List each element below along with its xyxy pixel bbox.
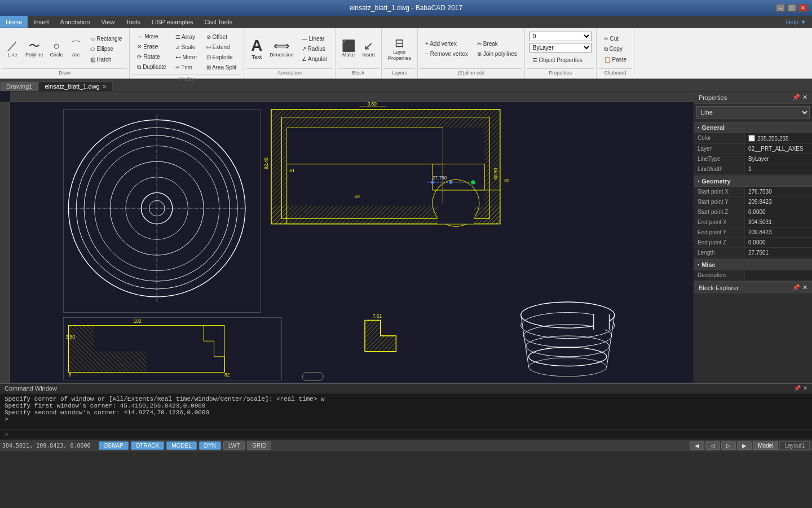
layout-nav-next2[interactable]: ▶	[737, 441, 752, 450]
ribbon-btn-mirror[interactable]: ⊷ Mirror	[173, 52, 200, 62]
misc-section-header[interactable]: ▪ Misc	[694, 259, 812, 270]
linetype-dropdown[interactable]: ByLayer	[529, 43, 592, 52]
object-type-select[interactable]: Line	[696, 106, 810, 119]
maximize-button[interactable]: □	[787, 4, 796, 12]
ribbon-clipboard-col: ✂ Cut ⧉ Copy 📋 Paste	[600, 33, 630, 65]
ribbon-btn-objectprops[interactable]: ☰ Object Properties	[529, 55, 585, 65]
ribbon-btn-line[interactable]: ／ Line	[3, 38, 21, 59]
ribbon-btn-rotate[interactable]: ⟳ Rotate	[134, 52, 169, 62]
ribbon-btn-trim[interactable]: ✂ Trim	[173, 63, 200, 72]
ribbon-btn-circle[interactable]: ○ Circle	[47, 38, 66, 59]
menu-annotation[interactable]: Annotation	[55, 16, 96, 28]
prop-startz-val[interactable]: 0.0000	[745, 207, 812, 217]
model-button[interactable]: MODEL	[166, 441, 197, 450]
prop-endy-val[interactable]: 209.8423	[745, 227, 812, 237]
ribbon-btn-dimension[interactable]: ⟺ Dimension	[267, 38, 297, 59]
grid-button[interactable]: GRID	[247, 441, 271, 450]
ribbon-group-label-draw: Draw	[2, 68, 127, 77]
doc-tab-drawing1[interactable]: Drawing1	[0, 81, 38, 91]
svg-text:27.750: 27.750	[433, 175, 447, 181]
ribbon-btn-scale[interactable]: ⊿ Scale	[173, 42, 200, 52]
prop-starty-val[interactable]: 209.8423	[745, 197, 812, 207]
ribbon-layers-buttons: ⊟ Layer Properties	[384, 29, 415, 68]
layout-nav-prev[interactable]: ◀	[690, 441, 704, 450]
close-tab-icon[interactable]: ✕	[102, 84, 107, 90]
pin-cmd-icon[interactable]: 📌	[794, 385, 801, 392]
svg-text:80: 80	[504, 178, 510, 183]
insert-icon: ↙	[364, 40, 373, 51]
ribbon-btn-move[interactable]: ↔ Move	[134, 32, 169, 41]
ribbon-btn-ellipse[interactable]: ⬭ Ellipse	[87, 44, 125, 54]
collapse-geometry-icon: ▪	[698, 178, 699, 184]
layout-tab-model[interactable]: Model	[753, 441, 778, 450]
ribbon-btn-rectangle[interactable]: ▭ Rectangle	[87, 34, 125, 43]
prop-length-val[interactable]: 27.7501	[745, 248, 812, 257]
osnap-button[interactable]: OSNAP	[99, 441, 129, 450]
ribbon-btn-duplicate[interactable]: ⧉ Duplicate	[134, 62, 169, 72]
drawing-canvas[interactable]: 0.80 27.750 92.40 61 50 60.90 80	[10, 102, 694, 383]
prop-description-val[interactable]	[745, 270, 812, 280]
ribbon-btn-angular[interactable]: ∠ Angular	[299, 54, 330, 64]
ribbon-btn-removevertex[interactable]: − Remove vertex	[422, 49, 471, 59]
layout-tab-layout1[interactable]: Layout1	[779, 441, 810, 450]
prop-layer-val[interactable]: 02__PRT_ALL_AXES	[745, 144, 812, 154]
canvas-area[interactable]: 0.80 27.750 92.40 61 50 60.90 80	[0, 91, 694, 383]
ribbon-btn-offset[interactable]: ⊘ Offset	[204, 32, 240, 42]
layout-nav-prev2[interactable]: ◁	[705, 441, 720, 450]
ribbon-btn-joinpoly[interactable]: ⊕ Join polylines	[474, 49, 520, 59]
close-props-icon[interactable]: ✕	[802, 94, 807, 101]
ribbon-btn-paste[interactable]: 📋 Paste	[601, 55, 629, 64]
pin-icon[interactable]: 📌	[792, 94, 800, 101]
otrack-button[interactable]: OTRACK	[131, 441, 165, 450]
geometry-section-header[interactable]: ▪ Geometry	[694, 176, 812, 187]
pin-block-icon[interactable]: 📌	[792, 284, 800, 291]
menu-lisp[interactable]: LISP examples	[146, 16, 199, 28]
ribbon-btn-arc[interactable]: ⌒ Arc	[67, 38, 85, 59]
help-link[interactable]: Help ▼	[785, 19, 812, 25]
prop-linewidth-val[interactable]: 1	[745, 164, 812, 174]
menu-view[interactable]: View	[95, 16, 120, 28]
text-icon: A	[251, 38, 262, 54]
ribbon-btn-polyline[interactable]: 〜 Polyline	[23, 38, 46, 59]
ribbon-modify-buttons: ↔ Move ✕ Erase ⟳ Rotate ⧉ Duplicate ☰ Ar…	[132, 29, 241, 75]
layer-dropdown[interactable]: 0	[529, 32, 592, 41]
menu-insert[interactable]: Insert	[28, 16, 55, 28]
prop-linetype-val[interactable]: ByLayer	[745, 154, 812, 164]
menu-tools[interactable]: Tools	[120, 16, 146, 28]
menu-civil[interactable]: Civil Tools	[199, 16, 238, 28]
minimize-button[interactable]: ─	[776, 4, 785, 12]
close-cmd-icon[interactable]: ✕	[803, 385, 807, 392]
ribbon-btn-text[interactable]: A Text	[248, 36, 266, 62]
ribbon-btn-make[interactable]: ⬛ Make	[339, 38, 359, 59]
prop-color-val[interactable]: 255,255,255	[745, 133, 812, 143]
menu-home[interactable]: Home	[0, 16, 28, 28]
ribbon-btn-explode[interactable]: ⊡ Explode	[204, 52, 240, 62]
layout-nav-next[interactable]: ▷	[721, 441, 736, 450]
dyn-button[interactable]: DYN	[199, 441, 221, 450]
close-button[interactable]: ✕	[798, 4, 807, 12]
ribbon-btn-erase[interactable]: ✕ Erase	[134, 42, 169, 51]
prop-endz-val[interactable]: 0.0000	[745, 238, 812, 247]
ribbon-btn-copy[interactable]: ⧉ Copy	[601, 44, 629, 54]
ribbon-btn-cut[interactable]: ✂ Cut	[601, 34, 629, 43]
doc-tab-einsatz[interactable]: einsatz_blatt_1.dwg ✕	[38, 81, 112, 91]
ribbon-btn-array[interactable]: ☰ Array	[173, 32, 200, 42]
prop-starty-key: Start point Y	[694, 197, 745, 207]
command-input[interactable]	[0, 429, 812, 439]
prop-endx-val[interactable]: 304.5031	[745, 217, 812, 227]
ribbon-btn-linear[interactable]: — Linear	[299, 34, 330, 43]
lwt-button[interactable]: LWT	[223, 441, 245, 450]
ribbon-btn-addvertex[interactable]: + Add vertex	[422, 39, 471, 49]
general-section: ▪ General Color 255,255,255 Layer 02__PR…	[694, 122, 812, 174]
layout-tabs: ◀ ◁ ▷ ▶ Model Layout1	[690, 441, 810, 450]
prop-startx-val[interactable]: 276.7530	[745, 187, 812, 196]
ribbon-btn-areasplit[interactable]: ⊞ Area Split	[204, 63, 240, 72]
ribbon-btn-break[interactable]: ✂ Break	[474, 39, 520, 49]
ribbon-btn-extend[interactable]: ↦ Extend	[204, 42, 240, 52]
ribbon-btn-hatch[interactable]: ▨ Hatch	[87, 55, 125, 64]
close-block-icon[interactable]: ✕	[802, 284, 807, 291]
ribbon-btn-radius[interactable]: ↗ Radius	[299, 44, 330, 54]
ribbon-btn-insert[interactable]: ↙ Insert	[360, 38, 378, 59]
ribbon-btn-layerprops[interactable]: ⊟ Layer Properties	[385, 36, 414, 63]
general-section-header[interactable]: ▪ General	[694, 122, 812, 133]
